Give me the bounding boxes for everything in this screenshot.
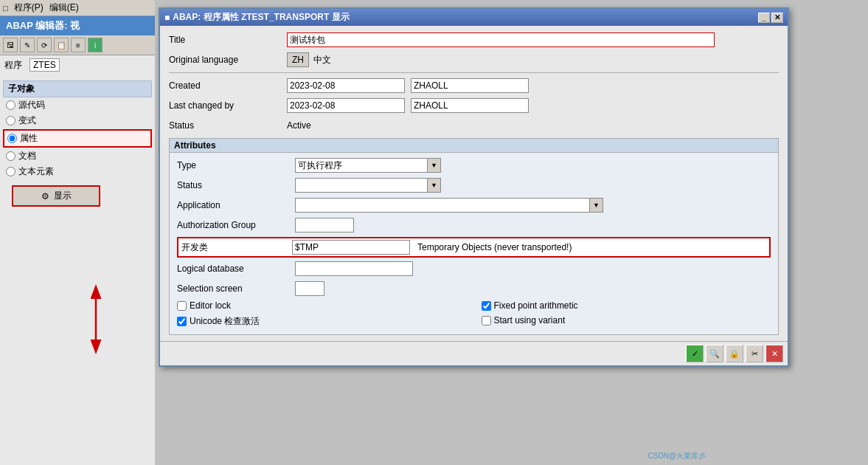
bottom-btn-cut[interactable]: ✂ bbox=[746, 345, 763, 362]
application-label: Application bbox=[177, 200, 295, 210]
program-label-text: 程序 bbox=[4, 60, 22, 70]
toolbar-btn-2[interactable]: ✎ bbox=[20, 38, 35, 52]
fixed-point-row[interactable]: Fixed point arithmetic bbox=[482, 300, 771, 311]
orig-lang-label: Original language bbox=[169, 55, 287, 65]
app-select-wrapper: ▼ bbox=[295, 198, 603, 213]
dialog-icon: ■ bbox=[164, 13, 170, 23]
lang-code-box: ZH bbox=[287, 52, 309, 67]
editor-lock-label: Editor lock bbox=[190, 300, 231, 311]
minimize-button[interactable]: _ bbox=[758, 13, 770, 23]
radio-source-code[interactable]: 源代码 bbox=[0, 97, 155, 113]
lang-name: 中文 bbox=[313, 54, 331, 66]
created-date-input[interactable] bbox=[287, 78, 405, 93]
attributes-header: Attributes bbox=[170, 139, 778, 153]
created-user-input[interactable] bbox=[411, 78, 529, 93]
unicode-checkbox[interactable] bbox=[177, 317, 187, 326]
toolbar: 🖫 ✎ ⟳ 📋 ≡ i bbox=[0, 35, 155, 55]
start-variant-checkbox[interactable] bbox=[482, 316, 491, 326]
watermark: CSDN@火栗库彡 bbox=[648, 451, 706, 461]
last-changed-date-input[interactable] bbox=[287, 98, 405, 113]
type-dropdown-btn[interactable]: ▼ bbox=[428, 158, 441, 173]
logical-db-input[interactable] bbox=[295, 261, 413, 276]
sap-left-panel: ABAP 编辑器: 视 🖫 ✎ ⟳ 📋 ≡ i 程序 ZTES 子对象 源代码 … bbox=[0, 16, 155, 465]
selection-screen-input[interactable] bbox=[295, 281, 324, 296]
bottom-btn-check[interactable]: ✓ bbox=[686, 345, 704, 362]
program-row: 程序 ZTES bbox=[0, 55, 155, 75]
radio-variant-label: 变式 bbox=[18, 114, 36, 127]
radio-text-label: 文本元素 bbox=[18, 165, 54, 178]
title-row: Title bbox=[169, 32, 779, 48]
radio-text-elements[interactable]: 文本元素 bbox=[0, 164, 155, 179]
last-changed-label: Last changed by bbox=[169, 100, 287, 111]
editor-lock-checkbox[interactable] bbox=[177, 301, 187, 311]
type-input[interactable] bbox=[295, 158, 428, 173]
checkboxes-left: Editor lock Unicode 检查激活 bbox=[177, 300, 467, 330]
devclass-row: 开发类 Temporary Objects (never transported… bbox=[177, 237, 771, 258]
type-select-wrapper: ▼ bbox=[295, 158, 441, 173]
last-changed-row: Last changed by bbox=[169, 97, 779, 114]
dialog-title: ABAP: 程序属性 ZTEST_TRANSPORT 显示 bbox=[173, 11, 349, 24]
auth-group-row: Authorization Group bbox=[177, 217, 771, 233]
attr-status-row: Status ▼ bbox=[177, 177, 771, 193]
auth-group-input[interactable] bbox=[295, 218, 354, 232]
application-row: Application ▼ bbox=[177, 197, 771, 213]
attr-status-select-wrapper: ▼ bbox=[295, 178, 441, 193]
status-label: Status bbox=[169, 120, 287, 131]
status-row: Status Active bbox=[169, 117, 779, 134]
title-input[interactable] bbox=[287, 32, 715, 47]
checkboxes-section: Editor lock Unicode 检查激活 Fixed point ari… bbox=[177, 300, 771, 330]
devclass-input[interactable] bbox=[292, 240, 410, 255]
dialog-title-text: ■ ABAP: 程序属性 ZTEST_TRANSPORT 显示 bbox=[164, 11, 350, 24]
program-value: ZTES bbox=[29, 58, 60, 72]
dialog-close-buttons: _ ✕ bbox=[758, 13, 783, 23]
attr-status-input[interactable] bbox=[295, 178, 428, 193]
dialog-content: Title Original language ZH 中文 Created La… bbox=[160, 26, 788, 341]
auth-group-label: Authorization Group bbox=[177, 220, 295, 230]
start-variant-label: Start using variant bbox=[494, 315, 566, 326]
selection-screen-label: Selection screen bbox=[177, 283, 295, 294]
toolbar-btn-5[interactable]: ≡ bbox=[71, 38, 86, 52]
toolbar-btn-6[interactable]: i bbox=[88, 38, 103, 52]
logical-db-label: Logical database bbox=[177, 264, 295, 274]
close-button[interactable]: ✕ bbox=[771, 13, 783, 23]
created-row: Created bbox=[169, 78, 779, 94]
sub-objects-section: 子对象 源代码 变式 属性 文档 文本元素 bbox=[0, 80, 155, 179]
app-dropdown-btn[interactable]: ▼ bbox=[590, 198, 603, 213]
display-button-label: 显示 bbox=[54, 190, 72, 202]
display-icon: ⚙ bbox=[41, 191, 49, 202]
devclass-note: Temporary Objects (never transported!) bbox=[417, 242, 572, 252]
created-label: Created bbox=[169, 80, 287, 91]
toolbar-btn-3[interactable]: ⟳ bbox=[37, 38, 52, 52]
radio-docs[interactable]: 文档 bbox=[0, 148, 155, 164]
radio-attr-label: 属性 bbox=[20, 132, 38, 145]
radio-variant[interactable]: 变式 bbox=[0, 113, 155, 128]
devclass-label: 开发类 bbox=[181, 241, 292, 254]
edit-menu[interactable]: 编辑(E) bbox=[49, 1, 79, 14]
last-changed-user-input[interactable] bbox=[411, 98, 529, 113]
fixed-point-checkbox[interactable] bbox=[482, 301, 491, 311]
toolbar-btn-4[interactable]: 📋 bbox=[54, 38, 69, 52]
program-menu[interactable]: 程序(P) bbox=[14, 1, 44, 14]
bottom-btn-search[interactable]: 🔍 bbox=[706, 345, 723, 362]
sub-objects-title: 子对象 bbox=[3, 80, 152, 97]
bottom-btn-close[interactable]: ✕ bbox=[765, 345, 783, 362]
attributes-content: Type ▼ Status ▼ Application bbox=[170, 153, 778, 334]
editor-title: ABAP 编辑器: 视 bbox=[0, 16, 155, 35]
original-language-row: Original language ZH 中文 bbox=[169, 52, 779, 68]
application-input[interactable] bbox=[295, 198, 590, 213]
program-menu-icon: □ bbox=[3, 4, 8, 13]
attr-status-label: Status bbox=[177, 180, 295, 190]
toolbar-btn-1[interactable]: 🖫 bbox=[3, 38, 18, 52]
dialog-bottom-toolbar: ✓ 🔍 🔒 ✂ ✕ bbox=[160, 341, 788, 365]
editor-lock-row[interactable]: Editor lock bbox=[177, 300, 467, 311]
display-button[interactable]: ⚙ 显示 bbox=[12, 185, 100, 207]
menu-bar: □ 程序(P) 编辑(E) bbox=[0, 0, 155, 16]
unicode-label: Unicode 检查激活 bbox=[190, 315, 260, 328]
dialog-window: ■ ABAP: 程序属性 ZTEST_TRANSPORT 显示 _ ✕ Titl… bbox=[159, 7, 789, 367]
unicode-row[interactable]: Unicode 检查激活 bbox=[177, 315, 467, 328]
status-dropdown-btn[interactable]: ▼ bbox=[428, 178, 441, 193]
start-variant-row[interactable]: Start using variant bbox=[482, 315, 771, 326]
radio-attributes[interactable]: 属性 bbox=[3, 129, 152, 148]
bottom-btn-lock[interactable]: 🔒 bbox=[726, 345, 743, 362]
fixed-point-label: Fixed point arithmetic bbox=[494, 300, 578, 311]
